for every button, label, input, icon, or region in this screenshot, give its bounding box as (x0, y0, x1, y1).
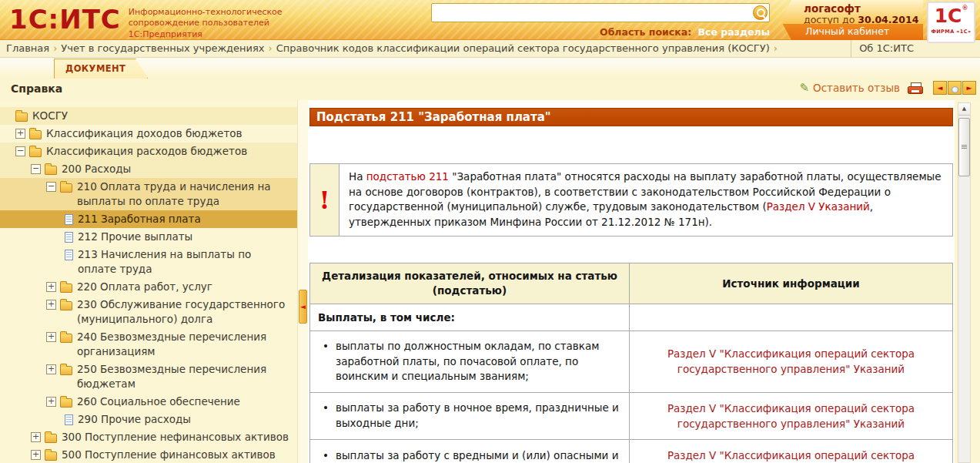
expand-icon[interactable]: + (31, 450, 41, 460)
tree-item-классификация[interactable]: −Классификация расходов бюджетов (0, 143, 297, 160)
collapse-panel-handle[interactable]: ◄ (299, 290, 307, 324)
print-icon[interactable] (908, 82, 923, 94)
tree-item-label: 211 Заработная плата (78, 212, 293, 226)
source-link[interactable]: Раздел V "Классификация операций сектора… (667, 402, 915, 430)
expand-icon[interactable]: + (46, 300, 56, 310)
1c-firm-logo: 1С® ФИРМА «1С» (927, 2, 975, 43)
bullet-text: выплаты за работу с вредными и (или) опа… (336, 448, 621, 463)
search-input[interactable] (431, 3, 770, 22)
logo-tagline: Информационно-технологическое сопровожде… (129, 4, 283, 40)
expand-icon[interactable]: + (31, 432, 41, 442)
tree-item-200[interactable]: −200 Расходы (0, 160, 297, 178)
source-cell (629, 304, 952, 331)
tree-item-label: 300 Поступление нефинансовых активов (62, 430, 293, 445)
expand-icon[interactable]: + (15, 129, 25, 139)
collapse-icon[interactable]: − (15, 146, 25, 156)
next-button[interactable]: ► (962, 81, 976, 95)
tree-item-260[interactable]: +260 Социальное обеспечение (0, 393, 297, 411)
nav-button-group: ◄ ► (932, 81, 976, 95)
tab-document[interactable]: ДОКУМЕНТ (54, 59, 148, 79)
detail-cell: •выплаты за работу в ночное время, празд… (310, 392, 630, 440)
tree-item-210[interactable]: −210 Оплата труда и начисления на выплат… (0, 178, 297, 210)
tree-item-label: 250 Безвозмездные перечисления бюджетам (77, 362, 293, 391)
user-panel: логасофт доступ до 30.04.2014 Личный каб… (781, 0, 923, 40)
bullet-line: •выплаты по должностным окладам, по став… (323, 339, 621, 384)
collapse-icon[interactable]: − (46, 182, 56, 192)
tree-item-250[interactable]: +250 Безвозмездные перечисления бюджетам (0, 361, 297, 393)
vertical-scrollbar[interactable]: ▲ (958, 102, 971, 463)
folder-icon (60, 284, 72, 293)
tree-item-500[interactable]: +500 Поступление финансовых активов (0, 446, 297, 463)
tree-item-230[interactable]: +230 Обслуживание государственного (муни… (0, 296, 297, 328)
tree-item-290[interactable]: 290 Прочие расходы (0, 411, 297, 428)
expand-icon[interactable]: + (46, 364, 56, 374)
folder-icon (60, 366, 72, 375)
folder-icon (15, 112, 28, 122)
breadcrumb-link[interactable]: Учет в государственных учреждениях (61, 42, 264, 54)
tree-item-300[interactable]: +300 Поступление нефинансовых активов (0, 428, 297, 446)
expand-icon[interactable]: + (46, 282, 56, 292)
exclamation-icon: ! (319, 186, 329, 215)
tree-item-label: КОСГУ (32, 109, 293, 123)
personal-cabinet-link[interactable]: Личный кабинет (805, 25, 889, 37)
tree-item-220[interactable]: +220 Оплата работ, услуг (0, 278, 297, 296)
about-its-link[interactable]: Об 1С:ИТС (851, 40, 914, 57)
registered-mark: ® (962, 5, 968, 12)
search-scope-label: Область поиска: (600, 26, 691, 38)
folder-icon (45, 451, 57, 461)
search-scope-value[interactable]: Все разделы (698, 26, 770, 38)
tree-item-label: 212 Прочие выплаты (78, 230, 293, 244)
document-icon (65, 214, 73, 225)
site-logo[interactable]: 1С:ИТС Информационно-технологическое соп… (9, 4, 283, 40)
user-links: Личный кабинет Выйти (781, 24, 923, 40)
scroll-up-arrow-icon: ▲ (958, 103, 970, 115)
feedback-link[interactable]: Оставить отзыв (813, 82, 900, 94)
table-row: •выплаты за работу в ночное время, празд… (310, 392, 953, 440)
tree-item-label: 210 Оплата труда и начисления на выплаты… (77, 179, 293, 209)
toolbar: Справка ✎ Оставить отзыв ◄ ► (0, 79, 980, 100)
breadcrumb-separator-icon: › (774, 42, 778, 54)
scrollbar-thumb[interactable] (958, 118, 970, 176)
breadcrumb-separator-icon: › (269, 42, 273, 54)
tree-item-label: Классификация расходов бюджетов (46, 144, 293, 159)
tree-item-212[interactable]: 212 Прочие выплаты (0, 228, 297, 246)
tree-item-классификация[interactable]: +Классификация доходов бюджетов (0, 125, 297, 143)
breadcrumb-link[interactable]: Главная (6, 42, 49, 54)
prev-button[interactable]: ◄ (933, 81, 947, 95)
user-name: логасофт (804, 2, 861, 15)
folder-icon (60, 301, 72, 310)
tree-item-211[interactable]: 211 Заработная плата (0, 210, 297, 228)
tree-item-label: 213 Начисления на выплаты по оплате труд… (78, 247, 293, 277)
alert-icon-cell: ! (310, 164, 339, 236)
source-link[interactable]: Раздел V "Классификация операций сектора… (667, 449, 915, 463)
folder-icon (60, 398, 72, 408)
bullet-text: выплаты за работу в ночное время, праздн… (336, 401, 621, 431)
alert-link[interactable]: подстатью 211 (366, 170, 449, 183)
folder-icon (60, 334, 72, 343)
tree-item-240[interactable]: +240 Безвозмездные перечисления организа… (0, 328, 297, 361)
detail-table: Детализация показателей, относимых на ст… (309, 263, 953, 463)
tree-item-косгу[interactable]: КОСГУ (0, 107, 297, 125)
tree-item-label: 260 Социальное обеспечение (77, 394, 293, 409)
table-row: Выплаты, в том числе: (310, 304, 953, 331)
source-link[interactable]: Раздел V "Классификация операций сектора… (667, 347, 915, 375)
tree-item-label: 500 Поступление финансовых активов (62, 448, 293, 462)
tree-item-213[interactable]: 213 Начисления на выплаты по оплате труд… (0, 246, 297, 278)
detail-cell: •выплаты за работу с вредными и (или) оп… (310, 440, 630, 463)
breadcrumb-link[interactable]: Справочник кодов классификации операций … (276, 42, 770, 54)
header: 1С:ИТС Информационно-технологическое соп… (0, 0, 980, 40)
breadcrumb-items: Главная›Учет в государственных учреждени… (6, 42, 781, 54)
alert-link[interactable]: Раздел V Указаний (767, 200, 870, 213)
expand-icon[interactable]: + (46, 397, 56, 407)
folder-icon (29, 130, 42, 139)
tree-item-label: 290 Прочие расходы (78, 412, 293, 427)
panel-divider: ◄ (297, 100, 308, 463)
alert-text: На подстатью 211 "Заработная плата" отно… (339, 164, 952, 236)
expand-icon[interactable]: + (46, 332, 56, 342)
scroll-up-button[interactable]: ▲ (958, 103, 970, 116)
hint-button[interactable] (948, 81, 962, 95)
logo-text: 1С:ИТС (9, 4, 121, 40)
collapse-icon[interactable]: − (31, 164, 41, 174)
search-icon[interactable] (753, 5, 768, 20)
bullet-text: выплаты по должностным окладам, по ставк… (336, 339, 621, 384)
